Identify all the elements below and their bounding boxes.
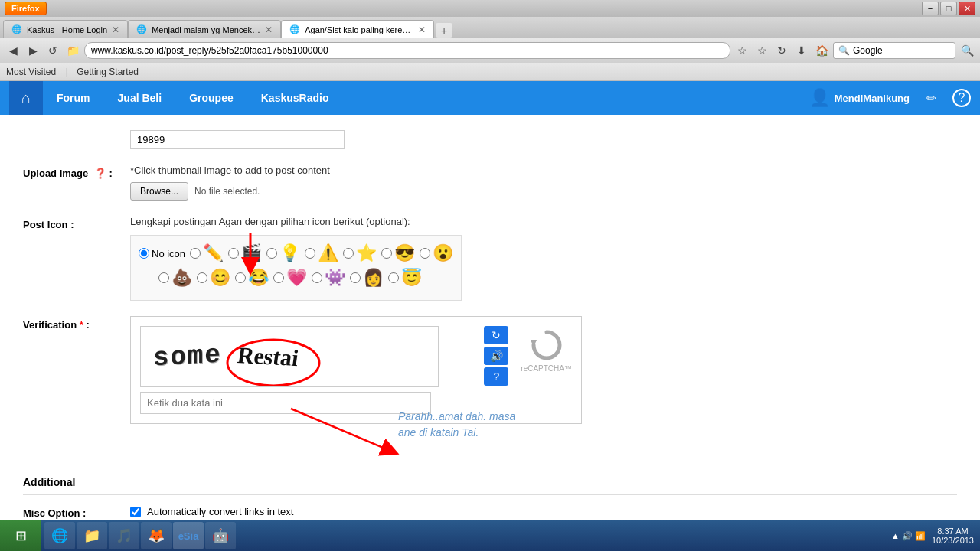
maximize-button[interactable]: □: [940, 2, 957, 15]
bookmark-getting-started[interactable]: Getting Started: [77, 67, 139, 77]
radio-angel[interactable]: [388, 272, 399, 283]
tab-label: Menjadi malam yg Mencekam (tang...: [152, 25, 260, 34]
verification-content: some Restai: [130, 316, 957, 424]
browse-button[interactable]: Browse...: [130, 182, 188, 201]
edit-icon-button[interactable]: ✏: [919, 86, 943, 110]
upload-content: *Click thumbnail image to add to post co…: [130, 165, 957, 201]
icon-warning[interactable]: ⚠️: [318, 243, 338, 263]
radio-heart[interactable]: [273, 272, 284, 283]
icon-wow[interactable]: 😮: [433, 243, 453, 263]
no-icon-label: No icon: [152, 248, 185, 259]
radio-wow[interactable]: [420, 248, 430, 259]
refresh-button[interactable]: ↺: [44, 42, 61, 59]
radio-laugh[interactable]: [235, 272, 246, 283]
radio-pencil[interactable]: [190, 248, 201, 259]
nav-home-button[interactable]: ⌂: [9, 81, 43, 115]
tab-close-2[interactable]: ✕: [265, 24, 273, 35]
icon-bulb[interactable]: 💡: [279, 243, 300, 263]
firefox-button[interactable]: Firefox: [5, 2, 47, 15]
icon-heart[interactable]: 💗: [286, 268, 307, 288]
tab-favicon: 🌐: [11, 24, 22, 34]
bookmark-star[interactable]: ☆: [733, 42, 750, 59]
icon-row-2: 💩 😊: [139, 268, 453, 288]
form-row-upload: Upload Image ❓ : *Click thumbnail image …: [23, 165, 957, 201]
icon-item-pencil: ✏️: [190, 243, 224, 263]
no-file-label: No file selected.: [194, 186, 260, 197]
nav-jualbeli[interactable]: Jual Beli: [104, 81, 176, 115]
icon-alien[interactable]: 👾: [325, 268, 345, 288]
additional-section: Additional Misc Option : Automatically c…: [23, 470, 957, 519]
tab-close-1[interactable]: ✕: [112, 24, 119, 35]
taskbar-app-esid[interactable]: eSia: [173, 522, 204, 549]
captcha-help-button[interactable]: ?: [484, 367, 508, 386]
address-bar: ◀ ▶ ↺ 📁 ☆ ☆ ↻ ⬇ 🏠 🔍 Google 🔍: [0, 38, 980, 63]
taskbar-right: ▲ 🔊 📶 8:37 AM 10/23/2013: [891, 527, 980, 545]
taskbar-app-firefox[interactable]: 🦊: [141, 522, 172, 549]
clock-date: 10/23/2013: [932, 536, 974, 545]
radio-film[interactable]: [228, 248, 239, 259]
icon-cool[interactable]: 😎: [394, 243, 415, 263]
taskbar-app-media[interactable]: 🎵: [109, 522, 139, 549]
minimize-button[interactable]: −: [922, 2, 939, 15]
search-button[interactable]: 🔍: [959, 42, 975, 59]
radio-smile[interactable]: [197, 272, 207, 283]
icon-laugh[interactable]: 😂: [248, 268, 269, 288]
add-tab-button[interactable]: +: [436, 23, 452, 38]
icon-angel[interactable]: 😇: [401, 268, 422, 288]
radio-no-icon[interactable]: [139, 248, 149, 259]
icon-item-bulb: 💡: [266, 243, 300, 263]
tab-close-3[interactable]: ✕: [418, 24, 426, 35]
bookmark-most-visited[interactable]: Most Visited: [6, 67, 56, 77]
radio-alien[interactable]: [312, 272, 322, 283]
nav-groupee[interactable]: Groupee: [175, 81, 247, 115]
help-icon-button[interactable]: ?: [952, 89, 971, 107]
form-row-post-icon: Post Icon : Lengkapi postingan Agan deng…: [23, 216, 957, 301]
page-reload[interactable]: ↻: [773, 42, 790, 59]
back-button[interactable]: ◀: [5, 42, 21, 59]
radio-poop[interactable]: [158, 272, 169, 283]
tab-favicon: 🌐: [289, 24, 300, 34]
url-input[interactable]: [84, 42, 730, 59]
taskbar-app-explorer[interactable]: 📁: [77, 522, 107, 549]
recaptcha-logo-area: reCAPTCHA™: [521, 326, 572, 373]
taskbar-apps: 🌐 📁 🎵 🦊 eSia 🤖: [44, 522, 236, 549]
icon-pencil[interactable]: ✏️: [203, 243, 224, 263]
taskbar-app-ie[interactable]: 🌐: [44, 522, 75, 549]
nav-kaskusradio[interactable]: KaskusRadio: [247, 81, 343, 115]
taskbar-app-android[interactable]: 🤖: [205, 522, 236, 549]
taskbar: ⊞ 🌐 📁 🎵 🦊 eSia 🤖 ▲ 🔊 📶 8:37 AM 10/23/201…: [0, 520, 980, 551]
taskbar-time: 8:37 AM 10/23/2013: [932, 527, 974, 545]
radio-warning[interactable]: [305, 248, 315, 259]
captcha-refresh-button[interactable]: ↻: [484, 326, 508, 344]
close-button[interactable]: ✕: [959, 2, 975, 15]
home-icon[interactable]: 🏠: [813, 42, 830, 59]
radio-girl[interactable]: [350, 272, 361, 283]
bookmark-star2[interactable]: ☆: [753, 42, 770, 59]
help-icon[interactable]: ❓: [94, 168, 106, 179]
captcha-text-input[interactable]: [140, 392, 431, 414]
captcha-audio-button[interactable]: 🔊: [484, 347, 508, 365]
icon-film[interactable]: 🎬: [241, 243, 262, 263]
icon-poop[interactable]: 💩: [172, 268, 192, 288]
tab-1[interactable]: 🌐 Kaskus - Home Login ✕: [3, 20, 128, 38]
google-icon: 🔍: [838, 45, 850, 56]
radio-bulb[interactable]: [266, 248, 277, 259]
tab-2[interactable]: 🌐 Menjadi malam yg Mencekam (tang... ✕: [128, 20, 281, 38]
forward-button[interactable]: ▶: [24, 42, 41, 59]
tab-3[interactable]: 🌐 Agan/Sist kalo paling keren/cakep pa..…: [281, 20, 434, 38]
number-input[interactable]: [130, 130, 345, 149]
download-icon[interactable]: ⬇: [793, 42, 810, 59]
start-button[interactable]: ⊞: [0, 520, 41, 551]
post-icon-label-container: Post Icon :: [23, 216, 130, 301]
system-tray-icons: ▲ 🔊 📶: [891, 531, 926, 541]
radio-star[interactable]: [343, 248, 354, 259]
icon-girl[interactable]: 👩: [363, 268, 384, 288]
title-bar: Firefox − □ ✕: [0, 0, 980, 17]
post-icon-colon: :: [70, 219, 74, 230]
icon-smile[interactable]: 😊: [210, 268, 230, 288]
kaskus-nav: ⌂ Forum Jual Beli Groupee KaskusRadio 👤 …: [0, 81, 980, 115]
radio-cool[interactable]: [381, 248, 392, 259]
misc-checkbox[interactable]: [130, 507, 141, 517]
nav-forum[interactable]: Forum: [43, 81, 104, 115]
icon-star[interactable]: ⭐: [356, 243, 377, 263]
